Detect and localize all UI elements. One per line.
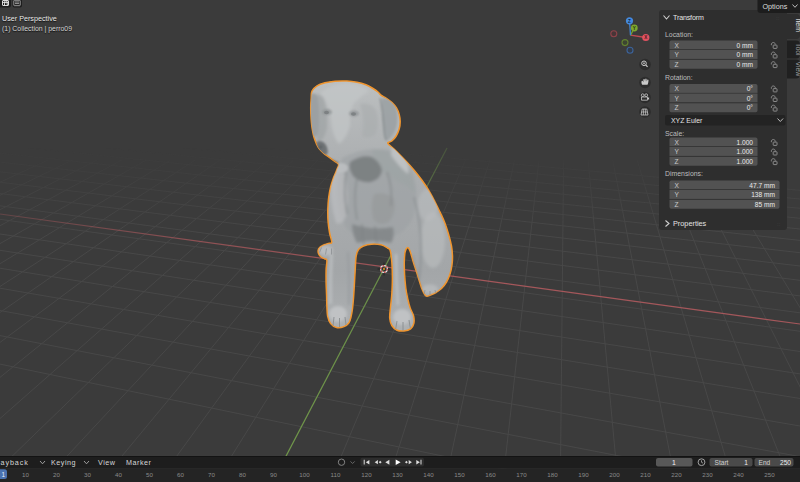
svg-text:X: X xyxy=(675,139,680,146)
svg-text:50: 50 xyxy=(146,471,153,478)
svg-text:200: 200 xyxy=(609,471,620,478)
svg-text:150: 150 xyxy=(454,471,465,478)
svg-text:220: 220 xyxy=(671,471,682,478)
svg-text:1: 1 xyxy=(744,459,748,466)
svg-text:180: 180 xyxy=(547,471,558,478)
svg-text:Y: Y xyxy=(633,26,636,31)
svg-text:85 mm: 85 mm xyxy=(755,201,776,208)
svg-text:170: 170 xyxy=(516,471,527,478)
svg-text:60: 60 xyxy=(177,471,184,478)
svg-text:0°: 0° xyxy=(747,95,754,102)
svg-text:XYZ Euler: XYZ Euler xyxy=(671,117,703,124)
svg-text:Location:: Location: xyxy=(665,31,693,38)
svg-text:Y: Y xyxy=(675,95,680,102)
svg-text:Transform: Transform xyxy=(673,14,704,22)
svg-text:Properties: Properties xyxy=(673,219,707,228)
svg-text:Item: Item xyxy=(795,19,800,33)
svg-text:Tool: Tool xyxy=(795,43,800,56)
svg-text:::: :: xyxy=(776,15,780,21)
svg-text:Start: Start xyxy=(715,459,729,466)
svg-text:Marker: Marker xyxy=(126,458,151,467)
svg-text:End: End xyxy=(759,459,771,466)
svg-text:Keying: Keying xyxy=(51,458,76,467)
svg-text:90: 90 xyxy=(270,471,277,478)
svg-text:70: 70 xyxy=(208,471,215,478)
svg-text:Z: Z xyxy=(675,104,679,111)
svg-text:Rotation:: Rotation: xyxy=(665,74,693,81)
svg-text:View: View xyxy=(795,62,800,77)
svg-text:0°: 0° xyxy=(747,104,754,111)
svg-text:120: 120 xyxy=(361,471,372,478)
svg-text:110: 110 xyxy=(331,471,341,478)
svg-text:20: 20 xyxy=(53,471,60,478)
svg-text:Dimensions:: Dimensions: xyxy=(665,170,703,177)
svg-text:100: 100 xyxy=(299,471,310,478)
svg-text:0 mm: 0 mm xyxy=(737,42,754,49)
svg-text:Z: Z xyxy=(628,19,631,24)
svg-text:X: X xyxy=(675,42,680,49)
svg-text:230: 230 xyxy=(702,471,713,478)
svg-text:0°: 0° xyxy=(747,85,754,92)
svg-text:View: View xyxy=(98,458,116,467)
svg-text:10: 10 xyxy=(22,471,29,478)
svg-text:190: 190 xyxy=(578,471,589,478)
svg-text:240: 240 xyxy=(733,471,744,478)
svg-text:160: 160 xyxy=(485,471,496,478)
svg-text:47.7 mm: 47.7 mm xyxy=(749,182,775,189)
svg-text:250: 250 xyxy=(764,471,775,478)
svg-text:Y: Y xyxy=(675,51,680,58)
svg-text:::: :: xyxy=(777,221,781,227)
svg-text:1: 1 xyxy=(1,471,5,478)
svg-text:138 mm: 138 mm xyxy=(751,191,775,198)
svg-text:40: 40 xyxy=(115,471,122,478)
svg-text:User Perspective: User Perspective xyxy=(2,14,57,23)
svg-text:(1) Collection | perro09: (1) Collection | perro09 xyxy=(2,25,72,33)
svg-text:Z: Z xyxy=(675,201,679,208)
svg-text:0 mm: 0 mm xyxy=(737,61,754,68)
svg-text:Z: Z xyxy=(675,61,679,68)
svg-text:210: 210 xyxy=(640,471,651,478)
svg-text:80: 80 xyxy=(239,471,246,478)
svg-text:1.000: 1.000 xyxy=(736,148,753,155)
svg-text:1.000: 1.000 xyxy=(736,158,753,165)
svg-text:Options: Options xyxy=(763,2,788,11)
svg-text:Y: Y xyxy=(675,191,680,198)
svg-text:Y: Y xyxy=(675,148,680,155)
svg-text:ayback: ayback xyxy=(1,458,29,467)
svg-text:1.000: 1.000 xyxy=(736,139,753,146)
svg-text:250: 250 xyxy=(780,459,791,466)
svg-text:Z: Z xyxy=(675,158,679,165)
svg-text:1: 1 xyxy=(672,459,676,466)
svg-text:130: 130 xyxy=(392,471,403,478)
svg-text:140: 140 xyxy=(423,471,434,478)
svg-text:X: X xyxy=(675,85,680,92)
svg-text:30: 30 xyxy=(84,471,91,478)
svg-text:Scale:: Scale: xyxy=(665,130,684,137)
svg-text:X: X xyxy=(675,182,680,189)
svg-text:0 mm: 0 mm xyxy=(737,51,754,58)
